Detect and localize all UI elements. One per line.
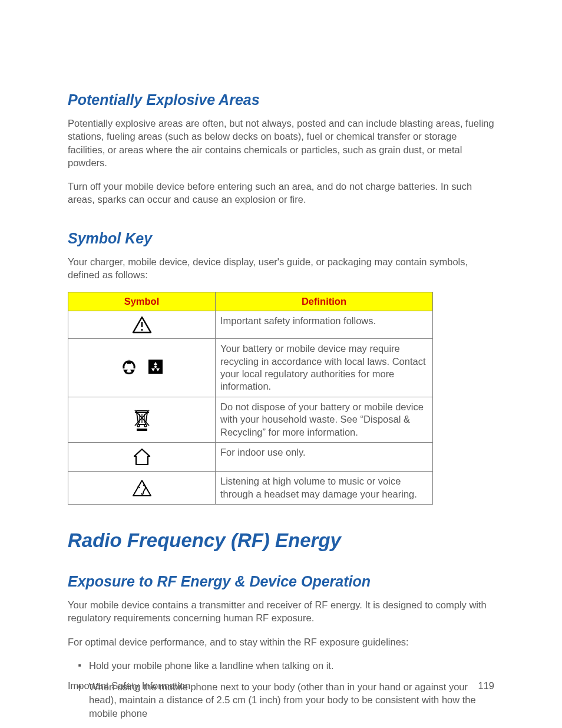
symbol-cell-bin [68, 397, 216, 442]
definition-cell: For indoor use only. [216, 443, 433, 472]
list-item: Hold your mobile phone like a landline w… [81, 659, 494, 672]
footer-title: Important Safety Information [68, 680, 190, 691]
symbol-cell-warning [68, 311, 216, 339]
svg-point-1 [141, 329, 143, 331]
recycle-box-icon [147, 358, 164, 375]
table-row: Listening at high volume to music or voi… [68, 472, 433, 505]
crossed-bin-icon [132, 408, 152, 431]
table-row: Important safety information follows. [68, 311, 433, 339]
heading-explosive-areas: Potentially Explosive Areas [68, 91, 494, 108]
heading-rf-energy: Radio Frequency (RF) Energy [68, 529, 494, 552]
para-exposure-2: For optimal device performance, and to s… [68, 635, 494, 648]
para-symbol-intro: Your charger, mobile device, device disp… [68, 255, 494, 282]
table-row: Your battery or mobile device may requir… [68, 339, 433, 397]
house-icon [132, 447, 152, 466]
para-exposure-1: Your mobile device contains a transmitte… [68, 598, 494, 625]
symbol-cell-hearing [68, 472, 216, 505]
para-explosive-2: Turn off your mobile device before enter… [68, 180, 494, 206]
page-number: 119 [478, 680, 494, 691]
heading-symbol-key: Symbol Key [68, 230, 494, 247]
definition-cell: Listening at high volume to music or voi… [216, 472, 433, 505]
page-content: Potentially Explosive Areas Potentially … [0, 0, 562, 728]
svg-point-7 [137, 424, 140, 427]
table-row: For indoor use only. [68, 443, 433, 472]
svg-point-8 [144, 424, 147, 427]
table-row: Do not dispose of your battery or mobile… [68, 397, 433, 442]
th-definition: Definition [216, 292, 433, 311]
svg-rect-11 [137, 429, 147, 431]
heading-exposure: Exposure to RF Energy & Device Operation [68, 573, 494, 590]
symbol-table: Symbol Definition Important safety infor… [68, 292, 433, 505]
svg-point-3 [154, 365, 157, 368]
para-explosive-1: Potentially explosive areas are often, b… [68, 117, 494, 169]
table-header-row: Symbol Definition [68, 292, 433, 311]
hearing-icon [132, 479, 152, 497]
definition-cell: Important safety information follows. [216, 311, 433, 339]
th-symbol: Symbol [68, 292, 216, 311]
definition-cell: Do not dispose of your battery or mobile… [216, 397, 433, 442]
warning-triangle-icon [132, 316, 152, 334]
symbol-cell-house [68, 443, 216, 472]
definition-cell: Your battery or mobile device may requir… [216, 339, 433, 397]
page-footer: Important Safety Information 119 [68, 680, 494, 691]
symbol-cell-recycle [68, 339, 216, 397]
recycle-arrows-icon [120, 358, 138, 375]
